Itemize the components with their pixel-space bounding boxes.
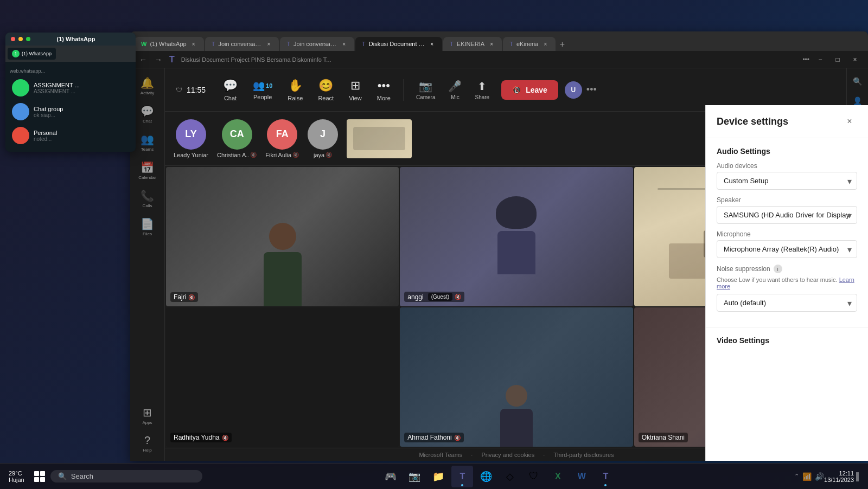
toolbar-forward-btn[interactable]: → (152, 53, 165, 66)
guest-badge: (Guest) (428, 293, 452, 301)
react-btn-icon: 😊 (318, 79, 333, 93)
room-thumbnail-inner (347, 119, 412, 158)
sidebar-item-chat[interactable]: 💬 Chat (135, 101, 161, 127)
raise-button[interactable]: ✋ Raise (281, 74, 309, 106)
maximize-dot[interactable] (26, 37, 30, 41)
show-desktop-btn[interactable]: ▌ (854, 472, 864, 481)
teams-toolbar: ← → T Diskusi Document Project PINS Bers… (130, 51, 868, 68)
j-name: jaya (314, 152, 324, 158)
close-tab-diskusi[interactable]: × (428, 40, 436, 48)
camera-btn-label: Camera (416, 94, 436, 100)
footer-privacy-link[interactable]: Privacy and cookies (481, 452, 534, 458)
start-button[interactable] (29, 466, 50, 487)
sidebar-item-calendar[interactable]: 📅 Calendar (135, 157, 161, 183)
chat-btn-icon: 💬 (223, 79, 238, 93)
win-logo-tr (40, 471, 45, 476)
taskbar-app-edge[interactable]: 🌐 (475, 466, 497, 487)
wa-item-name-2: Chat group (34, 106, 129, 112)
fajri-body (264, 252, 302, 306)
footer-third-party-link[interactable]: Third-party disclosures (553, 452, 614, 458)
noise-suppression-label: Noise suppression (717, 265, 770, 273)
taskbar-clock[interactable]: 12:11 13/11/2023 (824, 470, 854, 483)
browser-tab-diskusi[interactable]: T Diskusi Document Project PINS Bersama … (355, 37, 442, 51)
view-button[interactable]: ⊞ View (342, 74, 368, 106)
close-dot[interactable] (11, 37, 15, 41)
taskbar-app-pokemon[interactable]: 🎮 (380, 466, 401, 487)
toolbar-more-btn[interactable]: ••• (802, 56, 809, 63)
taskbar-app-folder[interactable]: 📁 (427, 466, 449, 487)
audio-devices-select[interactable]: Custom Setup (717, 172, 857, 190)
close-tab-ekineria1[interactable]: × (488, 40, 495, 48)
sidebar-help-btn[interactable]: ? Help (135, 430, 161, 456)
close-window-btn[interactable]: × (848, 53, 861, 66)
search-magnifier-icon: 🔍 (58, 472, 67, 480)
fajri-head (269, 223, 296, 250)
browser-tab-ekineria2[interactable]: T eKineria × (503, 37, 556, 51)
wa-avatar-2 (12, 103, 29, 120)
chat-button[interactable]: 💬 Chat (216, 74, 244, 106)
video-cell-anggi: anggi (Guest) 🔇 (400, 167, 633, 306)
right-sidebar-search-btn[interactable]: 🔍 (849, 73, 866, 90)
weather-temp: 29°C (9, 470, 24, 477)
whatsapp-content: web.whatsapp... ASSIGNMENT ... ASSIGNMEN… (5, 62, 136, 152)
minimize-btn[interactable]: − (814, 53, 827, 66)
noise-suppression-select[interactable]: Auto (default) (717, 294, 857, 312)
speaker-select[interactable]: SAMSUNG (HD Audio Driver for Display Aud… (717, 206, 857, 224)
taskbar-app-camera[interactable]: 📷 (404, 466, 425, 487)
meeting-title-toolbar: Diskusi Document Project PINS Bersama Di… (181, 56, 331, 63)
people-button[interactable]: 👥 10 People (246, 75, 279, 105)
react-button[interactable]: 😊 React (311, 74, 340, 106)
ahmad-name-tag: Ahmad Fathoni 🔇 (404, 433, 463, 442)
whatsapp-list-item-2[interactable]: Chat group ok siap... (10, 100, 131, 124)
whatsapp-list-item[interactable]: ASSIGNMENT ... ASSIGNMENT ... (10, 76, 131, 100)
microphone-select[interactable]: Microphone Array (Realtek(R) Audio) (717, 240, 857, 258)
browser-tab-ekineria1[interactable]: T EKINERIA × (443, 37, 502, 51)
minimize-dot[interactable] (18, 37, 23, 41)
taskbar-app-teams2[interactable]: T (595, 466, 616, 487)
j-avatar-circle: J (308, 119, 338, 150)
leave-button[interactable]: 📵 Leave (501, 80, 558, 100)
sidebar-item-activity[interactable]: 🔔 Activity (135, 73, 161, 99)
oktriana-name-tag: Oktriana Shani (639, 433, 688, 442)
win-logo-tl (34, 471, 39, 476)
browser-tab-whatsapp[interactable]: W (1) WhatsApp × (135, 37, 204, 51)
browser-tab-join1[interactable]: T Join conversation × (205, 37, 279, 51)
activity-icon: 🔔 (141, 76, 154, 89)
whatsapp-tab-main[interactable]: 1 (1) WhatsApp (8, 48, 56, 60)
camera-button[interactable]: 📷 Camera (411, 76, 441, 104)
add-tab-btn[interactable]: + (557, 38, 567, 51)
participant-fa: FA Fikri Aulia 🔇 (265, 119, 299, 158)
meeting-time: 🛡 11:55 (176, 86, 206, 94)
close-tab-whatsapp[interactable]: × (190, 40, 197, 48)
sidebar-apps-btn[interactable]: ⊞ Apps (135, 402, 161, 428)
sidebar-item-teams[interactable]: 👥 Teams (135, 129, 161, 155)
user-avatar[interactable]: U (565, 81, 582, 99)
taskbar-app-teams[interactable]: T (451, 466, 473, 487)
taskbar-search-bar[interactable]: 🔍 Search (50, 470, 202, 482)
taskbar-app-excel[interactable]: X (547, 466, 569, 487)
close-tab-ekineria2[interactable]: × (541, 40, 549, 48)
noise-info-icon[interactable]: i (774, 265, 782, 273)
wa-item-name-3: Personal (34, 130, 129, 136)
taskbar-app-shield[interactable]: 🛡 (523, 466, 545, 487)
teams-tab-icon-5: T (509, 41, 513, 47)
mic-button[interactable]: 🎤 Mic (443, 76, 467, 104)
systray-expand-btn[interactable]: ⌃ (794, 473, 799, 480)
close-tab-join1[interactable]: × (265, 40, 272, 48)
profile-more-btn[interactable]: ••• (586, 84, 597, 95)
address-bar[interactable]: Diskusi Document Project PINS Bersama Di… (181, 56, 799, 63)
sidebar-item-files[interactable]: 📄 Files (135, 214, 161, 240)
j-initials: J (320, 128, 326, 140)
whatsapp-list-item-3[interactable]: Personal noted... (10, 124, 131, 147)
sidebar-item-calls[interactable]: 📞 Calls (135, 185, 161, 211)
toolbar-back-btn[interactable]: ← (137, 53, 150, 66)
share-button[interactable]: ⬆ Share (469, 76, 495, 104)
close-tab-join2[interactable]: × (340, 40, 348, 48)
restore-btn[interactable]: □ (831, 53, 844, 66)
browser-tab-join2[interactable]: T Join conversation × (280, 37, 354, 51)
taskbar-app-word[interactable]: W (571, 466, 592, 487)
systray-volume-icon[interactable]: 🔊 (815, 472, 824, 481)
right-search-icon: 🔍 (853, 77, 862, 86)
more-button[interactable]: ••• More (371, 74, 397, 106)
taskbar-app-dropbox[interactable]: ◇ (499, 466, 521, 487)
